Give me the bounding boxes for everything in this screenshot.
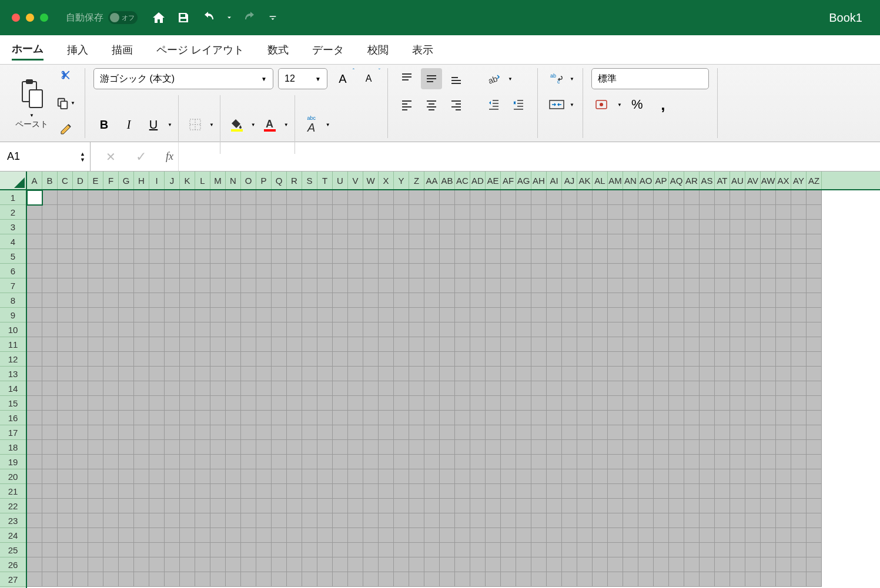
cell[interactable] [715, 264, 730, 278]
cell[interactable] [730, 455, 745, 469]
cell[interactable] [363, 557, 379, 572]
cell[interactable] [531, 440, 547, 455]
cell[interactable] [272, 337, 287, 352]
cell[interactable] [302, 278, 317, 293]
cell[interactable] [516, 396, 531, 411]
cell[interactable] [715, 381, 730, 396]
cell[interactable] [333, 381, 348, 396]
cell[interactable] [272, 513, 287, 528]
cell[interactable] [700, 322, 715, 337]
cell[interactable] [409, 278, 424, 293]
cell[interactable] [409, 293, 424, 308]
cell[interactable] [58, 528, 73, 543]
cell[interactable] [791, 499, 807, 513]
cell[interactable] [730, 543, 745, 557]
cell[interactable] [103, 308, 119, 322]
cell[interactable] [302, 190, 317, 205]
cell[interactable] [73, 278, 88, 293]
cell[interactable] [807, 381, 822, 396]
cell[interactable] [547, 499, 562, 513]
cell[interactable] [638, 322, 654, 337]
cell[interactable] [348, 278, 363, 293]
cell[interactable] [455, 381, 470, 396]
cell[interactable] [776, 337, 791, 352]
cell[interactable] [745, 396, 761, 411]
cell[interactable] [455, 278, 470, 293]
cell[interactable] [669, 322, 684, 337]
cell[interactable] [470, 572, 486, 587]
cell[interactable] [715, 190, 730, 205]
cell[interactable] [394, 557, 409, 572]
cell[interactable] [562, 205, 577, 220]
cell[interactable] [654, 278, 669, 293]
cell[interactable] [88, 499, 103, 513]
cell[interactable] [791, 513, 807, 528]
cell[interactable] [256, 249, 272, 264]
cell[interactable] [730, 308, 745, 322]
column-header[interactable]: Y [394, 172, 409, 189]
cell[interactable] [562, 322, 577, 337]
cell[interactable] [134, 484, 149, 499]
fill-color-button[interactable] [226, 114, 247, 135]
cell[interactable] [73, 352, 88, 367]
cell[interactable] [348, 234, 363, 249]
cell[interactable] [608, 557, 623, 572]
cell[interactable] [791, 264, 807, 278]
cell[interactable] [348, 322, 363, 337]
cell[interactable] [27, 396, 42, 411]
cell[interactable] [761, 220, 776, 234]
cell[interactable] [761, 337, 776, 352]
cell[interactable] [593, 264, 608, 278]
cell[interactable] [470, 499, 486, 513]
cell[interactable] [195, 249, 210, 264]
cell[interactable] [638, 352, 654, 367]
cell[interactable] [302, 572, 317, 587]
cell[interactable] [593, 205, 608, 220]
cell[interactable] [547, 396, 562, 411]
cell[interactable] [134, 381, 149, 396]
cell[interactable] [27, 484, 42, 499]
column-header[interactable]: P [256, 172, 272, 189]
cell[interactable] [562, 264, 577, 278]
cell[interactable] [577, 190, 593, 205]
cell[interactable] [88, 190, 103, 205]
cell[interactable] [470, 543, 486, 557]
cell[interactable] [562, 352, 577, 367]
cell[interactable] [119, 528, 134, 543]
row-header[interactable]: 12 [0, 352, 26, 367]
cell[interactable] [745, 220, 761, 234]
cell[interactable] [88, 337, 103, 352]
cell[interactable] [562, 381, 577, 396]
cell[interactable] [58, 543, 73, 557]
cell[interactable] [348, 543, 363, 557]
cell[interactable] [363, 513, 379, 528]
cell[interactable] [791, 322, 807, 337]
undo-icon[interactable] [201, 11, 215, 25]
cell[interactable] [58, 220, 73, 234]
cell[interactable] [27, 455, 42, 469]
cell[interactable] [180, 499, 195, 513]
cell[interactable] [593, 425, 608, 440]
cell[interactable] [302, 322, 317, 337]
cell[interactable] [165, 278, 180, 293]
cell[interactable] [455, 396, 470, 411]
row-header[interactable]: 5 [0, 249, 26, 264]
cell[interactable] [669, 440, 684, 455]
cell[interactable] [501, 440, 516, 455]
name-box[interactable]: A1 ▲▼ [0, 142, 91, 171]
cell[interactable] [88, 469, 103, 484]
cell[interactable] [562, 440, 577, 455]
cell[interactable] [623, 455, 638, 469]
cell[interactable] [241, 381, 256, 396]
column-header[interactable]: D [73, 172, 88, 189]
cell[interactable] [715, 278, 730, 293]
cell[interactable] [165, 484, 180, 499]
cell[interactable] [333, 264, 348, 278]
cell[interactable] [394, 352, 409, 367]
cell[interactable] [103, 249, 119, 264]
cell[interactable] [287, 278, 302, 293]
cell[interactable] [745, 455, 761, 469]
cell[interactable] [256, 425, 272, 440]
cell[interactable] [302, 234, 317, 249]
cell[interactable] [745, 293, 761, 308]
